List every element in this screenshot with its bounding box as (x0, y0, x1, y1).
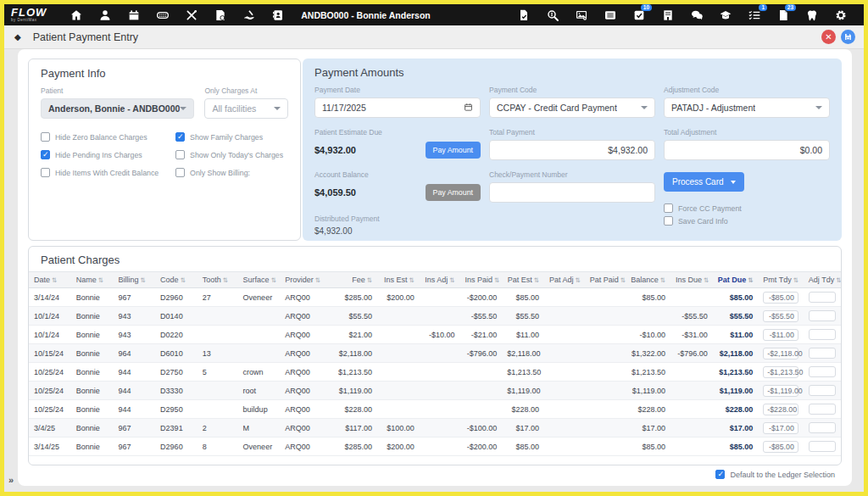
column-header-ins-paid[interactable]: Ins Paid⇅ (460, 272, 503, 288)
checkbox-show-family[interactable]: Show Family Charges (175, 132, 288, 142)
cell-pmt-tdy[interactable]: -$55.50 (758, 307, 804, 326)
check-payment-number-input[interactable] (489, 182, 655, 203)
sort-icon[interactable]: ⇅ (836, 276, 841, 284)
cell-pmt-tdy[interactable]: -$85.00 (758, 288, 804, 307)
adj-tdy-input[interactable] (809, 385, 836, 396)
adj-tdy-input[interactable] (809, 348, 836, 359)
checkbox-hide-zero-balance[interactable]: Hide Zero Balance Charges (41, 132, 164, 142)
cell-pmt-tdy[interactable]: -$228.00 (758, 400, 804, 419)
pmt-tdy-input[interactable]: -$11.00 (763, 329, 798, 341)
pmt-tdy-input[interactable]: -$55.50 (763, 310, 798, 322)
column-header-fee[interactable]: Fee⇅ (329, 272, 377, 288)
document-check-icon[interactable] (517, 8, 531, 22)
pmt-tdy-input[interactable]: -$1,119.00 (763, 385, 798, 397)
total-adjustment-input[interactable]: $0.00 (664, 140, 830, 160)
sort-icon[interactable]: ⇅ (98, 276, 103, 284)
checkbox-box[interactable] (664, 216, 673, 226)
facility-select[interactable]: All facilities (204, 98, 288, 119)
column-header-name[interactable]: Name⇅ (71, 272, 114, 288)
checklist-icon[interactable]: 1 (748, 8, 761, 22)
table-row[interactable]: 10/15/24Bonnie964D601013ARQ00$2,118.00-$… (29, 344, 841, 363)
sort-icon[interactable]: ⇅ (271, 276, 276, 284)
cell-adj-tdy[interactable] (804, 307, 841, 326)
sort-icon[interactable]: ⇅ (494, 276, 499, 284)
cell-pmt-tdy[interactable]: -$2,118.00 (758, 344, 804, 363)
cell-pmt-tdy[interactable]: -$1,119.00 (758, 382, 804, 400)
sort-icon[interactable]: ⇅ (449, 276, 454, 284)
column-header-pat-due[interactable]: Pat Due⇅ (713, 272, 759, 288)
payment-code-select[interactable]: CCPAY - Credit Card Payment (489, 98, 655, 118)
address-book-icon[interactable] (271, 8, 285, 22)
home-icon[interactable] (70, 8, 83, 22)
cell-adj-tdy[interactable] (804, 400, 841, 419)
column-header-tooth[interactable]: Tooth⇅ (198, 272, 238, 288)
adj-tdy-input[interactable] (809, 329, 836, 340)
cell-adj-tdy[interactable] (804, 437, 841, 456)
column-header-ins-adj[interactable]: Ins Adj⇅ (420, 272, 460, 288)
total-payment-input[interactable]: $4,932.00 (489, 140, 655, 160)
adj-tdy-input[interactable] (809, 366, 836, 377)
pay-amount-balance-button[interactable]: Pay Amount (426, 184, 481, 201)
checkbox-hide-pending-ins[interactable]: Hide Pending Ins Charges (41, 150, 164, 159)
sort-icon[interactable]: ⇅ (140, 276, 145, 284)
adj-tdy-input[interactable] (809, 404, 836, 415)
checkbox-force-cc-payment[interactable]: Force CC Payment (664, 203, 830, 213)
column-header-pmt-tdy[interactable]: Pmt Tdy⇅ (758, 272, 804, 288)
imaging-icon[interactable] (575, 8, 588, 22)
sort-icon[interactable]: ⇅ (52, 276, 57, 284)
hand-tool-icon[interactable] (242, 8, 256, 22)
checkbox-box[interactable] (664, 203, 673, 213)
adj-tdy-input[interactable] (809, 310, 836, 321)
table-row[interactable]: 3/4/25Bonnie967D23912MARQ00$117.00$100.0… (29, 419, 841, 437)
sort-icon[interactable]: ⇅ (409, 276, 414, 284)
column-header-pat-adj[interactable]: Pat Adj⇅ (544, 272, 585, 288)
adjustment-code-select[interactable]: PATADJ - Adjustment (664, 98, 830, 118)
cell-adj-tdy[interactable] (804, 363, 841, 382)
cell-adj-tdy[interactable] (804, 419, 841, 437)
column-header-provider[interactable]: Provider⇅ (280, 272, 328, 288)
column-header-pat-est[interactable]: Pat Est⇅ (502, 272, 544, 288)
list-icon[interactable] (604, 8, 617, 22)
pmt-tdy-input[interactable]: -$228.00 (763, 404, 798, 415)
column-header-date[interactable]: Date⇅ (29, 272, 71, 288)
sort-icon[interactable]: ⇅ (575, 276, 580, 284)
search-dollar-icon[interactable] (546, 8, 559, 22)
column-header-pat-paid[interactable]: Pat Paid⇅ (585, 272, 626, 288)
column-header-ins-due[interactable]: Ins Due⇅ (670, 272, 713, 288)
sort-icon[interactable]: ⇅ (181, 276, 186, 284)
table-row[interactable]: 10/25/24Bonnie944D3330rootARQ00$1,119.00… (29, 382, 841, 400)
adj-tdy-input[interactable] (809, 422, 836, 433)
checkbox-box[interactable] (41, 150, 50, 159)
table-row[interactable]: 10/25/24Bonnie944D27505crownARQ00$1,213.… (29, 363, 841, 382)
calendar-icon[interactable] (127, 8, 141, 22)
graduation-cap-icon[interactable] (719, 8, 732, 22)
pmt-tdy-input[interactable]: -$2,118.00 (763, 348, 798, 359)
cell-adj-tdy[interactable] (804, 344, 841, 363)
sort-icon[interactable]: ⇅ (367, 276, 372, 284)
checkbox-hide-credit-balance[interactable]: Hide Items With Credit Balance (41, 168, 164, 177)
person-icon[interactable] (98, 8, 112, 22)
tooth-icon[interactable] (805, 8, 819, 22)
column-header-surface[interactable]: Surface⇅ (238, 272, 281, 288)
cell-adj-tdy[interactable] (804, 382, 841, 400)
table-row[interactable]: 10/1/24Bonnie943D0140ARQ00$55.50-$55.50$… (29, 307, 841, 326)
pmt-tdy-input[interactable]: -$1,213.50 (763, 366, 798, 378)
building-icon[interactable] (661, 8, 675, 22)
cell-adj-tdy[interactable] (804, 288, 841, 307)
chat-icon[interactable] (690, 8, 704, 22)
table-row[interactable]: 10/1/24Bonnie943D0220ARQ00$21.00-$10.00-… (29, 326, 841, 344)
cell-pmt-tdy[interactable]: -$1,213.50 (758, 363, 804, 382)
cell-pmt-tdy[interactable]: -$11.00 (758, 326, 804, 344)
tasks-icon[interactable]: 10 (632, 8, 646, 22)
sort-icon[interactable]: ⇅ (315, 276, 320, 284)
pmt-tdy-input[interactable]: -$17.00 (763, 422, 798, 434)
documents-icon[interactable]: 23 (776, 8, 790, 22)
checkbox-box[interactable] (715, 470, 725, 479)
checkbox-only-show-billing[interactable]: Only Show Billing: (175, 168, 288, 177)
column-header-balance[interactable]: Balance⇅ (626, 272, 671, 288)
sort-icon[interactable]: ⇅ (793, 276, 798, 284)
checkbox-show-today[interactable]: Show Only Today's Charges (175, 150, 288, 159)
cell-pmt-tdy[interactable]: -$85.00 (758, 437, 804, 456)
default-ledger-row[interactable]: Default to the Ledger Selection (28, 465, 842, 481)
expand-sidebar-button[interactable]: » (8, 475, 14, 485)
